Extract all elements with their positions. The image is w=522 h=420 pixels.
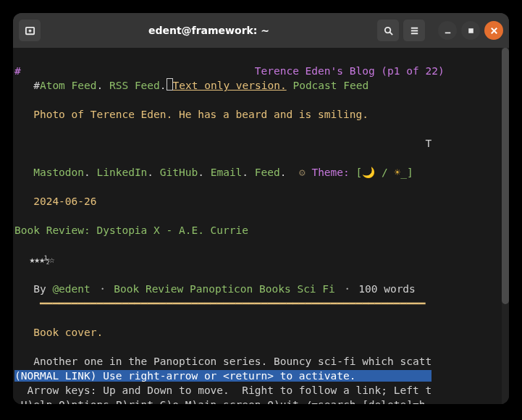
email-link[interactable]: Email xyxy=(211,167,243,178)
dot: . xyxy=(280,167,299,178)
dot: . xyxy=(242,167,254,178)
sp xyxy=(375,167,382,178)
gear-icon: ⚙ xyxy=(299,167,306,178)
marquee: T xyxy=(425,138,432,149)
github-link[interactable]: GitHub xyxy=(160,167,198,178)
status-pad xyxy=(355,370,432,382)
dot: . xyxy=(160,80,167,91)
titlebar: edent@framework: ~ xyxy=(13,13,509,48)
podcast-link[interactable]: Podcast Feed xyxy=(292,80,369,91)
hash-marker: # xyxy=(14,65,21,77)
window-title: edent@framework: ~ xyxy=(45,25,373,36)
spacer xyxy=(21,65,255,77)
svg-line-4 xyxy=(390,32,392,35)
lynx-help-1: Arrow keys: Up and Down to move. Right t… xyxy=(14,385,432,396)
svg-rect-9 xyxy=(468,28,473,33)
text-only-link[interactable]: Text only version. xyxy=(173,80,287,91)
spacer xyxy=(14,138,425,149)
post-title[interactable]: Book Review: Dystopia X - A.E. Currie xyxy=(14,224,248,236)
search-button[interactable] xyxy=(377,20,399,41)
by-prefix: By xyxy=(14,283,52,295)
theme-label: Theme: xyxy=(311,167,349,178)
bracket-close: _] xyxy=(400,167,413,178)
minimize-button[interactable] xyxy=(438,21,457,40)
star-rating: ★★★½☆ xyxy=(14,254,54,265)
theme-sep: / xyxy=(382,167,388,178)
lynx-status: (NORMAL LINK) Use right-arrow or <return… xyxy=(14,370,355,382)
indent xyxy=(14,167,33,178)
dot: ・ xyxy=(335,283,358,295)
atom-link[interactable]: Atom Feed xyxy=(40,80,97,91)
cursor xyxy=(167,78,173,91)
close-button[interactable] xyxy=(484,21,503,40)
terminal-content[interactable]: # Terence Eden's Blog (p1 of 22) #Atom F… xyxy=(13,48,509,404)
scrollbar[interactable] xyxy=(502,48,509,404)
rss-link[interactable]: RSS Feed xyxy=(109,80,160,91)
dot: ・ xyxy=(90,283,114,295)
menu-button[interactable] xyxy=(403,20,425,41)
lynx-help-2: H)elp O)ptions P)rint G)o M)ain screen Q… xyxy=(14,399,425,404)
linkedin-link[interactable]: LinkedIn xyxy=(97,167,148,178)
post-date: 2024-06-26 xyxy=(14,196,97,207)
terminal-window: edent@framework: ~ # Terence Eden's Blog… xyxy=(13,13,509,404)
dot: . xyxy=(97,80,109,91)
mastodon-link[interactable]: Mastodon xyxy=(33,167,84,178)
feeds-prefix: # xyxy=(14,80,40,91)
feed-link[interactable]: Feed xyxy=(255,167,280,178)
dot: . xyxy=(84,167,96,178)
bracket-open: [ xyxy=(356,167,363,178)
horizontal-rule: ━━━━━━━━━━━━━━━━━━━━━━━━━━━━━━━━━━━━━━━━… xyxy=(14,298,425,309)
maximize-button[interactable] xyxy=(461,21,480,40)
photo-alt: Photo of Terence Eden. He has a beard an… xyxy=(14,109,369,120)
new-tab-button[interactable] xyxy=(19,20,41,41)
page-header: Terence Eden's Blog (p1 of 22) xyxy=(255,65,445,77)
dot: . xyxy=(198,167,210,178)
cover-alt: Book cover. xyxy=(14,327,103,338)
author-link[interactable]: @edent xyxy=(52,283,90,295)
excerpt: Another one in the Panopticon series. Bo… xyxy=(14,356,432,367)
word-count: 100 words xyxy=(358,283,416,295)
moon-icon[interactable]: 🌙 xyxy=(362,167,375,178)
svg-point-3 xyxy=(384,27,390,33)
scrollbar-thumb[interactable] xyxy=(502,48,509,304)
tags-link[interactable]: Book Review Panopticon Books Sci Fi xyxy=(114,283,335,295)
dot: . xyxy=(147,167,159,178)
sun-icon[interactable]: ☀ xyxy=(394,167,400,178)
sp xyxy=(350,167,356,178)
